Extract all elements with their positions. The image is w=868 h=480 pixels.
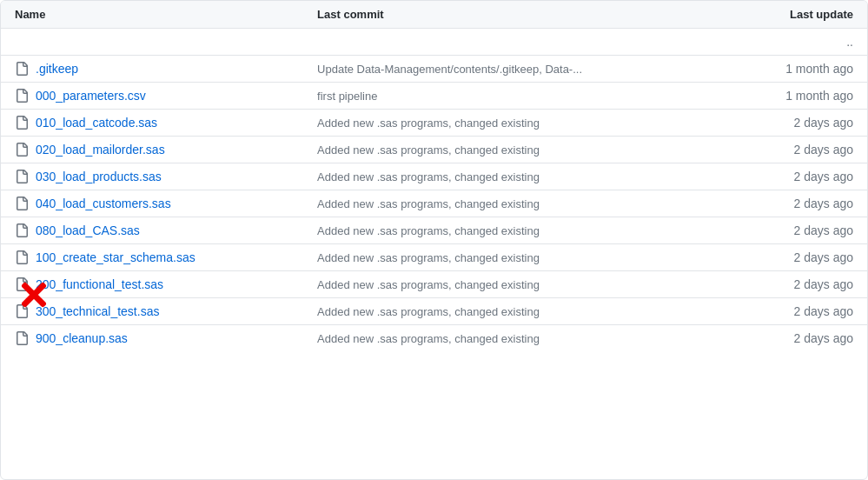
file-name-cell[interactable]: 100_create_star_schema.sas: [1, 244, 303, 271]
commit-message: Added new .sas programs, changed existin…: [303, 110, 728, 137]
file-name-cell[interactable]: 020_load_mailorder.sas: [1, 137, 303, 163]
file-browser: Name Last commit Last update .. .gitkeep…: [0, 0, 868, 480]
table-row: 200_functional_test.sas Added new .sas p…: [1, 271, 867, 298]
table-row: 020_load_mailorder.sas Added new .sas pr…: [1, 137, 867, 163]
file-name-label: 080_load_CAS.sas: [36, 223, 140, 237]
table-row: 080_load_CAS.sas Added new .sas programs…: [1, 217, 867, 244]
commit-message: Update Data-Management/contents/.gitkeep…: [303, 56, 728, 83]
commit-message: Added new .sas programs, changed existin…: [303, 298, 728, 325]
file-icon: [15, 170, 29, 183]
file-name-label: .gitkeep: [36, 62, 78, 76]
column-last-update: Last update: [728, 1, 867, 29]
table-row: .gitkeep Update Data-Management/contents…: [1, 56, 867, 83]
last-update: 2 days ago: [728, 110, 867, 137]
column-name: Name: [1, 1, 303, 29]
file-name-cell[interactable]: 200_functional_test.sas: [1, 271, 303, 298]
table-row: 030_load_products.sas Added new .sas pro…: [1, 163, 867, 190]
commit-message: Added new .sas programs, changed existin…: [303, 137, 728, 163]
file-name-cell[interactable]: 080_load_CAS.sas: [1, 217, 303, 244]
file-name-label: 900_cleanup.sas: [36, 331, 128, 345]
column-last-commit: Last commit: [303, 1, 728, 29]
file-name-label: 040_load_customers.sas: [36, 197, 171, 210]
table-row: 300_technical_test.sas Added new .sas pr…: [1, 298, 867, 325]
last-update: 2 days ago: [728, 325, 867, 352]
last-update: 2 days ago: [728, 137, 867, 163]
file-icon: [15, 250, 29, 264]
file-name-cell[interactable]: 040_load_customers.sas: [1, 190, 303, 217]
file-name-label: 010_load_catcode.sas: [36, 116, 157, 130]
file-name-label: 030_load_products.sas: [36, 170, 162, 183]
table-header: Name Last commit Last update: [1, 1, 867, 29]
last-update: 2 days ago: [728, 271, 867, 298]
commit-message: Added new .sas programs, changed existin…: [303, 190, 728, 217]
file-name-label: 000_parameters.csv: [36, 89, 146, 103]
commit-message: Added new .sas programs, changed existin…: [303, 271, 728, 298]
commit-message: Added new .sas programs, changed existin…: [303, 244, 728, 271]
file-icon: [15, 331, 29, 345]
table-row: 900_cleanup.sas Added new .sas programs,…: [1, 325, 867, 352]
file-name-label: 200_functional_test.sas: [36, 277, 163, 291]
file-name-cell[interactable]: 900_cleanup.sas: [1, 325, 303, 352]
last-update: 2 days ago: [728, 298, 867, 325]
last-update: 1 month ago: [728, 56, 867, 83]
commit-message: first pipeline: [303, 83, 728, 110]
last-update: 2 days ago: [728, 190, 867, 217]
file-name-cell[interactable]: 010_load_catcode.sas: [1, 110, 303, 137]
file-icon: [15, 89, 29, 103]
file-icon: [15, 304, 29, 318]
last-update: 1 month ago: [728, 83, 867, 110]
file-icon: [15, 143, 29, 157]
file-icon: [15, 197, 29, 210]
file-name-cell[interactable]: 000_parameters.csv: [1, 83, 303, 110]
file-name-cell[interactable]: .gitkeep: [1, 56, 303, 83]
file-name-label: 020_load_mailorder.sas: [36, 143, 165, 157]
parent-directory-row[interactable]: ..: [1, 29, 867, 56]
table-row: 010_load_catcode.sas Added new .sas prog…: [1, 110, 867, 137]
file-icon: [15, 277, 29, 291]
last-update: 2 days ago: [728, 163, 867, 190]
file-name-cell[interactable]: 030_load_products.sas: [1, 163, 303, 190]
commit-message: Added new .sas programs, changed existin…: [303, 163, 728, 190]
table-row: 040_load_customers.sas Added new .sas pr…: [1, 190, 867, 217]
commit-message: Added new .sas programs, changed existin…: [303, 325, 728, 352]
table-row: 000_parameters.csv first pipeline1 month…: [1, 83, 867, 110]
last-update: 2 days ago: [728, 217, 867, 244]
table-row: 100_create_star_schema.sas Added new .sa…: [1, 244, 867, 271]
commit-message: Added new .sas programs, changed existin…: [303, 217, 728, 244]
file-table: Name Last commit Last update .. .gitkeep…: [1, 1, 867, 351]
file-icon: [15, 223, 29, 237]
file-icon: [15, 62, 29, 76]
file-name-label: 300_technical_test.sas: [36, 304, 159, 318]
file-icon: [15, 116, 29, 130]
parent-directory-label[interactable]: ..: [1, 29, 867, 56]
last-update: 2 days ago: [728, 244, 867, 271]
file-name-cell[interactable]: 300_technical_test.sas: [1, 298, 303, 325]
file-name-label: 100_create_star_schema.sas: [36, 250, 195, 264]
